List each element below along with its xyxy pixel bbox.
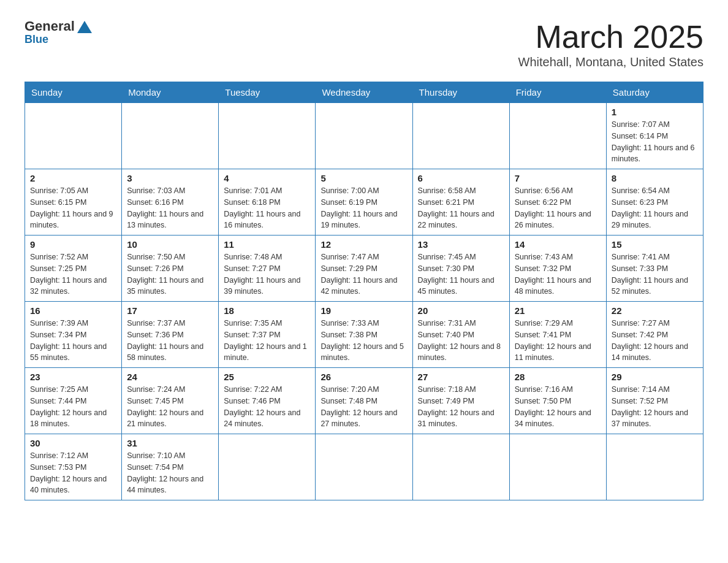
empty-day-cell bbox=[25, 103, 122, 169]
day-cell: 28Sunrise: 7:16 AMSunset: 7:50 PMDayligh… bbox=[509, 368, 606, 434]
day-cell: 9Sunrise: 7:52 AMSunset: 7:25 PMDaylight… bbox=[25, 236, 122, 302]
day-info: Sunrise: 7:25 AMSunset: 7:44 PMDaylight:… bbox=[30, 384, 116, 430]
logo-triangle-icon bbox=[77, 21, 92, 33]
day-info: Sunrise: 7:27 AMSunset: 7:42 PMDaylight:… bbox=[612, 318, 698, 364]
empty-day-cell bbox=[219, 434, 316, 500]
day-cell: 5Sunrise: 7:00 AMSunset: 6:19 PMDaylight… bbox=[316, 169, 412, 236]
day-number: 13 bbox=[418, 239, 504, 250]
day-number: 2 bbox=[30, 173, 116, 183]
day-cell: 8Sunrise: 6:54 AMSunset: 6:23 PMDaylight… bbox=[606, 169, 703, 236]
day-cell: 6Sunrise: 6:58 AMSunset: 6:21 PMDaylight… bbox=[412, 169, 509, 236]
day-number: 15 bbox=[612, 239, 698, 250]
calendar-week-row: 9Sunrise: 7:52 AMSunset: 7:25 PMDaylight… bbox=[25, 236, 703, 302]
calendar-week-row: 1Sunrise: 7:07 AMSunset: 6:14 PMDaylight… bbox=[25, 103, 703, 169]
day-info: Sunrise: 7:47 AMSunset: 7:29 PMDaylight:… bbox=[320, 251, 407, 297]
day-number: 8 bbox=[612, 173, 698, 183]
day-cell: 26Sunrise: 7:20 AMSunset: 7:48 PMDayligh… bbox=[316, 368, 412, 434]
day-number: 27 bbox=[418, 372, 504, 382]
day-cell: 29Sunrise: 7:14 AMSunset: 7:52 PMDayligh… bbox=[606, 368, 703, 434]
day-cell: 2Sunrise: 7:05 AMSunset: 6:15 PMDaylight… bbox=[25, 169, 122, 236]
day-number: 11 bbox=[224, 239, 310, 250]
day-info: Sunrise: 7:52 AMSunset: 7:25 PMDaylight:… bbox=[30, 251, 116, 297]
day-info: Sunrise: 6:56 AMSunset: 6:22 PMDaylight:… bbox=[515, 185, 601, 231]
day-number: 18 bbox=[224, 305, 310, 316]
day-cell: 10Sunrise: 7:50 AMSunset: 7:26 PMDayligh… bbox=[122, 236, 219, 302]
day-info: Sunrise: 6:54 AMSunset: 6:23 PMDaylight:… bbox=[612, 185, 698, 231]
day-number: 19 bbox=[320, 305, 407, 316]
day-number: 29 bbox=[612, 372, 698, 382]
empty-day-cell bbox=[316, 434, 412, 500]
day-info: Sunrise: 7:12 AMSunset: 7:53 PMDaylight:… bbox=[30, 450, 116, 496]
day-info: Sunrise: 7:41 AMSunset: 7:33 PMDaylight:… bbox=[612, 251, 698, 297]
day-of-week-header: Wednesday bbox=[316, 82, 412, 103]
day-cell: 30Sunrise: 7:12 AMSunset: 7:53 PMDayligh… bbox=[25, 434, 122, 500]
day-cell: 24Sunrise: 7:24 AMSunset: 7:45 PMDayligh… bbox=[122, 368, 219, 434]
day-info: Sunrise: 7:31 AMSunset: 7:40 PMDaylight:… bbox=[418, 318, 504, 364]
day-info: Sunrise: 7:35 AMSunset: 7:37 PMDaylight:… bbox=[224, 318, 310, 364]
calendar-week-row: 16Sunrise: 7:39 AMSunset: 7:34 PMDayligh… bbox=[25, 302, 703, 368]
day-of-week-header: Saturday bbox=[606, 82, 703, 103]
day-number: 10 bbox=[127, 239, 213, 250]
day-cell: 7Sunrise: 6:56 AMSunset: 6:22 PMDaylight… bbox=[509, 169, 606, 236]
day-number: 28 bbox=[515, 372, 601, 382]
day-info: Sunrise: 7:05 AMSunset: 6:15 PMDaylight:… bbox=[30, 185, 116, 231]
calendar-week-row: 2Sunrise: 7:05 AMSunset: 6:15 PMDaylight… bbox=[25, 169, 703, 236]
day-number: 14 bbox=[515, 239, 601, 250]
empty-day-cell bbox=[412, 103, 509, 169]
calendar-title: March 2025 bbox=[518, 18, 703, 55]
day-cell: 20Sunrise: 7:31 AMSunset: 7:40 PMDayligh… bbox=[412, 302, 509, 368]
day-cell: 15Sunrise: 7:41 AMSunset: 7:33 PMDayligh… bbox=[606, 236, 703, 302]
day-info: Sunrise: 7:00 AMSunset: 6:19 PMDaylight:… bbox=[320, 185, 407, 231]
day-info: Sunrise: 7:29 AMSunset: 7:41 PMDaylight:… bbox=[515, 318, 601, 364]
empty-day-cell bbox=[509, 103, 606, 169]
day-number: 21 bbox=[515, 305, 601, 316]
day-cell: 11Sunrise: 7:48 AMSunset: 7:27 PMDayligh… bbox=[219, 236, 316, 302]
calendar-subtitle: Whitehall, Montana, United States bbox=[518, 55, 703, 69]
day-info: Sunrise: 7:14 AMSunset: 7:52 PMDaylight:… bbox=[612, 384, 698, 430]
day-number: 3 bbox=[127, 173, 213, 183]
day-info: Sunrise: 7:18 AMSunset: 7:49 PMDaylight:… bbox=[418, 384, 504, 430]
day-info: Sunrise: 7:48 AMSunset: 7:27 PMDaylight:… bbox=[224, 251, 310, 297]
day-number: 5 bbox=[320, 173, 407, 183]
day-number: 25 bbox=[224, 372, 310, 382]
day-info: Sunrise: 6:58 AMSunset: 6:21 PMDaylight:… bbox=[418, 185, 504, 231]
day-number: 1 bbox=[612, 107, 698, 117]
day-info: Sunrise: 7:22 AMSunset: 7:46 PMDaylight:… bbox=[224, 384, 310, 430]
day-cell: 23Sunrise: 7:25 AMSunset: 7:44 PMDayligh… bbox=[25, 368, 122, 434]
calendar-table: SundayMondayTuesdayWednesdayThursdayFrid… bbox=[25, 82, 703, 500]
day-cell: 22Sunrise: 7:27 AMSunset: 7:42 PMDayligh… bbox=[606, 302, 703, 368]
empty-day-cell bbox=[122, 103, 219, 169]
day-cell: 16Sunrise: 7:39 AMSunset: 7:34 PMDayligh… bbox=[25, 302, 122, 368]
day-number: 6 bbox=[418, 173, 504, 183]
day-number: 17 bbox=[127, 305, 213, 316]
day-number: 16 bbox=[30, 305, 116, 316]
day-number: 20 bbox=[418, 305, 504, 316]
empty-day-cell bbox=[316, 103, 412, 169]
title-block: March 2025 Whitehall, Montana, United St… bbox=[518, 18, 703, 69]
calendar-week-row: 23Sunrise: 7:25 AMSunset: 7:44 PMDayligh… bbox=[25, 368, 703, 434]
day-of-week-header: Sunday bbox=[25, 82, 122, 103]
day-info: Sunrise: 7:24 AMSunset: 7:45 PMDaylight:… bbox=[127, 384, 213, 430]
day-number: 4 bbox=[224, 173, 310, 183]
day-cell: 25Sunrise: 7:22 AMSunset: 7:46 PMDayligh… bbox=[219, 368, 316, 434]
day-cell: 12Sunrise: 7:47 AMSunset: 7:29 PMDayligh… bbox=[316, 236, 412, 302]
day-cell: 13Sunrise: 7:45 AMSunset: 7:30 PMDayligh… bbox=[412, 236, 509, 302]
day-info: Sunrise: 7:07 AMSunset: 6:14 PMDaylight:… bbox=[612, 119, 698, 165]
day-of-week-header: Tuesday bbox=[219, 82, 316, 103]
day-cell: 3Sunrise: 7:03 AMSunset: 6:16 PMDaylight… bbox=[122, 169, 219, 236]
day-info: Sunrise: 7:20 AMSunset: 7:48 PMDaylight:… bbox=[320, 384, 407, 430]
calendar-week-row: 30Sunrise: 7:12 AMSunset: 7:53 PMDayligh… bbox=[25, 434, 703, 500]
day-cell: 19Sunrise: 7:33 AMSunset: 7:38 PMDayligh… bbox=[316, 302, 412, 368]
day-info: Sunrise: 7:33 AMSunset: 7:38 PMDaylight:… bbox=[320, 318, 407, 364]
logo-general-text: General bbox=[25, 18, 75, 34]
logo-blue-text: Blue bbox=[25, 33, 48, 46]
day-cell: 18Sunrise: 7:35 AMSunset: 7:37 PMDayligh… bbox=[219, 302, 316, 368]
day-number: 24 bbox=[127, 372, 213, 382]
calendar-header-row: SundayMondayTuesdayWednesdayThursdayFrid… bbox=[25, 82, 703, 103]
day-number: 9 bbox=[30, 239, 116, 250]
day-of-week-header: Monday bbox=[122, 82, 219, 103]
day-info: Sunrise: 7:01 AMSunset: 6:18 PMDaylight:… bbox=[224, 185, 310, 231]
day-info: Sunrise: 7:50 AMSunset: 7:26 PMDaylight:… bbox=[127, 251, 213, 297]
day-cell: 27Sunrise: 7:18 AMSunset: 7:49 PMDayligh… bbox=[412, 368, 509, 434]
day-cell: 17Sunrise: 7:37 AMSunset: 7:36 PMDayligh… bbox=[122, 302, 219, 368]
